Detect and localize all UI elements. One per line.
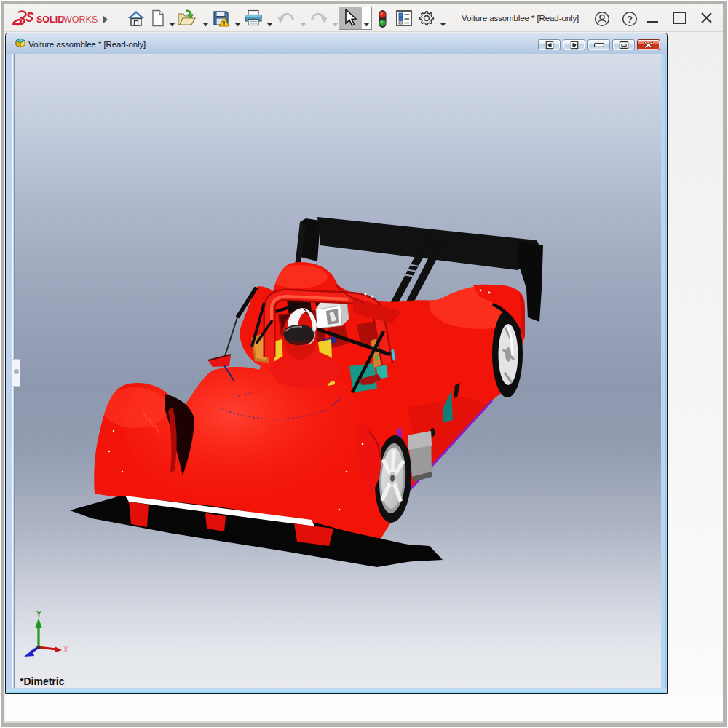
svg-text:SOLID: SOLID	[36, 15, 64, 25]
svg-text:?: ?	[627, 14, 633, 25]
svg-text:Y: Y	[36, 610, 41, 618]
svg-text:X: X	[63, 646, 68, 654]
svg-text:WORKS: WORKS	[63, 15, 98, 25]
svg-text:!: !	[223, 20, 226, 27]
